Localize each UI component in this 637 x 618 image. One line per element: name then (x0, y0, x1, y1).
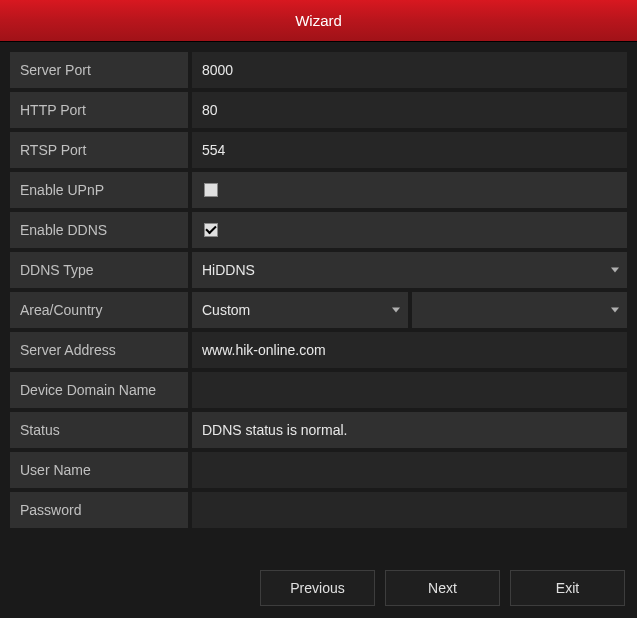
http-port-input[interactable]: 80 (192, 92, 627, 128)
row-server-port: Server Port 8000 (10, 52, 627, 88)
footer: Previous Next Exit (0, 558, 637, 618)
label-password: Password (10, 492, 188, 528)
row-ddns-type: DDNS Type HiDDNS (10, 252, 627, 288)
wizard-window: Wizard Server Port 8000 HTTP Port 80 RTS… (0, 0, 637, 618)
chevron-down-icon (611, 268, 619, 273)
country-select[interactable] (412, 292, 628, 328)
titlebar: Wizard (0, 0, 637, 42)
server-address-input[interactable]: www.hik-online.com (192, 332, 627, 368)
device-domain-name-input[interactable] (192, 372, 627, 408)
row-enable-upnp: Enable UPnP (10, 172, 627, 208)
server-port-input[interactable]: 8000 (192, 52, 627, 88)
exit-button[interactable]: Exit (510, 570, 625, 606)
chevron-down-icon (392, 308, 400, 313)
row-area-country: Area/Country Custom (10, 292, 627, 328)
row-http-port: HTTP Port 80 (10, 92, 627, 128)
label-server-address: Server Address (10, 332, 188, 368)
row-rtsp-port: RTSP Port 554 (10, 132, 627, 168)
ddns-type-select[interactable]: HiDDNS (192, 252, 627, 288)
window-title: Wizard (295, 12, 342, 29)
area-select[interactable]: Custom (192, 292, 408, 328)
label-http-port: HTTP Port (10, 92, 188, 128)
chevron-down-icon (611, 308, 619, 313)
rtsp-port-input[interactable]: 554 (192, 132, 627, 168)
area-value: Custom (202, 302, 250, 318)
label-ddns-type: DDNS Type (10, 252, 188, 288)
next-button[interactable]: Next (385, 570, 500, 606)
row-enable-ddns: Enable DDNS (10, 212, 627, 248)
ddns-type-value: HiDDNS (202, 262, 255, 278)
label-user-name: User Name (10, 452, 188, 488)
label-rtsp-port: RTSP Port (10, 132, 188, 168)
enable-upnp-cell (192, 172, 627, 208)
previous-button[interactable]: Previous (260, 570, 375, 606)
label-enable-upnp: Enable UPnP (10, 172, 188, 208)
row-user-name: User Name (10, 452, 627, 488)
enable-ddns-checkbox[interactable] (204, 223, 218, 237)
enable-upnp-checkbox[interactable] (204, 183, 218, 197)
label-status: Status (10, 412, 188, 448)
row-server-address: Server Address www.hik-online.com (10, 332, 627, 368)
password-input[interactable] (192, 492, 627, 528)
form-body: Server Port 8000 HTTP Port 80 RTSP Port … (0, 42, 637, 538)
row-password: Password (10, 492, 627, 528)
row-status: Status DDNS status is normal. (10, 412, 627, 448)
enable-ddns-cell (192, 212, 627, 248)
status-value: DDNS status is normal. (192, 412, 627, 448)
row-device-domain-name: Device Domain Name (10, 372, 627, 408)
label-enable-ddns: Enable DDNS (10, 212, 188, 248)
user-name-input[interactable] (192, 452, 627, 488)
label-server-port: Server Port (10, 52, 188, 88)
label-device-domain-name: Device Domain Name (10, 372, 188, 408)
label-area-country: Area/Country (10, 292, 188, 328)
